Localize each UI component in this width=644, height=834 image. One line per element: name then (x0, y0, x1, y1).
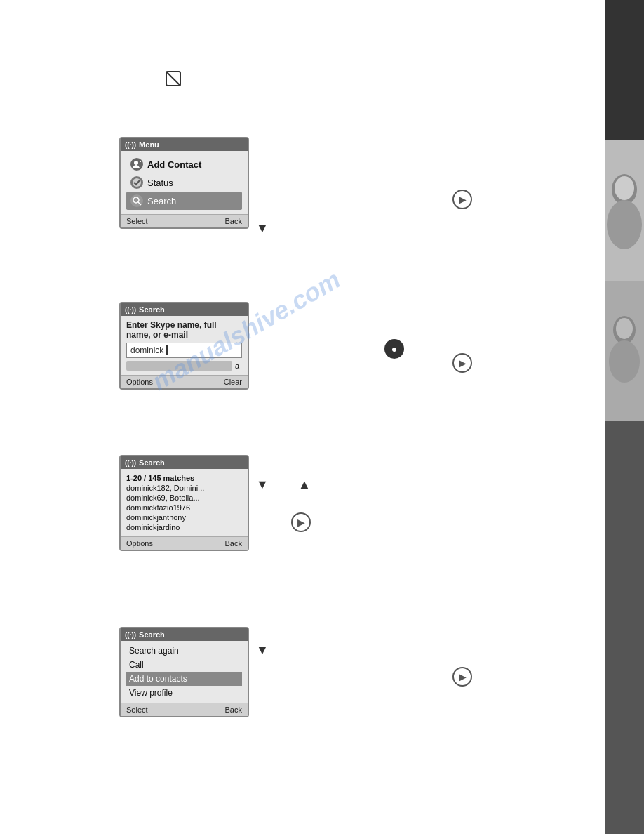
circle-arrow-icon-3: ▶ (297, 517, 305, 528)
circle-arrow-icon-2: ▶ (459, 357, 467, 369)
menu-screen-body: Add Contact Status Search (121, 151, 248, 214)
circle-arrow-icon-1: ▶ (459, 194, 467, 205)
menu-item-add-contact[interactable]: Add Contact (126, 155, 242, 173)
nav-circle-1[interactable]: ▶ (452, 190, 472, 209)
results-options[interactable]: Options (126, 539, 153, 548)
status-icon (130, 176, 143, 189)
menu-footer-back[interactable]: Back (225, 217, 242, 225)
result-item-3[interactable]: dominickjanthony (126, 512, 242, 522)
option-call[interactable]: Call (126, 658, 242, 672)
keyboard-hint: a (235, 362, 239, 370)
search-results-header: ((·)) Search (121, 456, 248, 469)
menu-screen: ((·)) Menu Add Contact (119, 137, 249, 229)
search-results-body: 1-20 / 145 matches dominick182, Domini..… (121, 469, 248, 536)
result-item-1[interactable]: dominick69, Botella... (126, 493, 242, 503)
option-add-to-contacts[interactable]: Add to contacts (126, 672, 242, 686)
menu-item-search-label: Search (147, 196, 176, 206)
result-item-4[interactable]: dominickjardino (126, 522, 242, 532)
search-text-input[interactable]: dominick (126, 343, 242, 358)
search-options-footer: Select Back (121, 703, 248, 716)
search-input-footer: Options Clear (121, 375, 248, 388)
signal-icon-3: ((·)) (125, 459, 136, 467)
cursor (163, 345, 167, 355)
signal-icon-2: ((·)) (125, 306, 136, 314)
nav-arrow-down-1: ▼ (256, 221, 269, 236)
results-back[interactable]: Back (225, 539, 242, 548)
signal-icon-4: ((·)) (125, 631, 136, 639)
search-input-title: Search (139, 305, 165, 314)
search-options-screen: ((·)) Search Search again Call Add to co… (119, 627, 249, 717)
svg-point-2 (607, 200, 642, 249)
option-view-profile[interactable]: View profile (126, 686, 242, 700)
keyboard-area: a (126, 361, 242, 371)
menu-item-status-label: Status (147, 178, 173, 188)
svg-point-7 (616, 318, 633, 339)
circle-arrow-icon-4: ▶ (459, 671, 467, 682)
search-results-title: Search (139, 458, 165, 467)
search-options-title: Search (139, 630, 165, 639)
signal-icon-1: ((·)) (125, 141, 136, 149)
menu-item-status[interactable]: Status (126, 173, 242, 192)
menu-item-search[interactable]: Search (126, 192, 242, 210)
nav-circle-3[interactable]: ▶ (291, 512, 311, 532)
nav-arrow-down-3: ▼ (256, 477, 269, 492)
svg-point-13 (133, 178, 141, 187)
search-icon-menu (130, 194, 143, 207)
sidebar-top (605, 0, 644, 140)
search-input-screen: ((·)) Search Enter Skype name, full name… (119, 302, 249, 390)
add-contact-icon (130, 158, 143, 171)
search-results-footer: Options Back (121, 536, 248, 550)
result-item-2[interactable]: dominickfazio1976 (126, 503, 242, 512)
menu-title: Menu (139, 140, 159, 149)
svg-point-14 (133, 197, 139, 203)
nav-circle-2[interactable]: ▶ (452, 353, 472, 373)
sidebar-image-1 (605, 140, 644, 281)
right-sidebar (605, 0, 644, 834)
search-input-options[interactable]: Options (126, 378, 153, 386)
search-prompt: Enter Skype name, full name, or e-mail (126, 320, 242, 340)
svg-point-6 (609, 340, 640, 383)
nav-circle-4[interactable]: ▶ (452, 667, 472, 687)
keyboard-bar (126, 361, 232, 371)
result-item-0[interactable]: dominick182, Domini... (126, 483, 242, 493)
menu-footer-select[interactable]: Select (126, 217, 148, 225)
search-input-header: ((·)) Search (121, 303, 248, 316)
results-count: 1-20 / 145 matches (126, 473, 242, 483)
search-options-body: Search again Call Add to contacts View p… (121, 641, 248, 703)
search-options-header: ((·)) Search (121, 628, 248, 641)
search-input-clear[interactable]: Clear (224, 378, 242, 386)
menu-screen-header: ((·)) Menu (121, 138, 248, 151)
sidebar-image-2 (605, 281, 644, 421)
search-results-screen: ((·)) Search 1-20 / 145 matches dominick… (119, 455, 249, 551)
menu-item-add-contact-label: Add Contact (147, 159, 201, 170)
nav-circle-filled[interactable]: ● (384, 339, 404, 359)
svg-point-10 (134, 161, 138, 165)
menu-screen-footer: Select Back (121, 214, 248, 227)
svg-line-15 (138, 202, 141, 205)
search-input-value: dominick (130, 345, 163, 355)
search-input-body: Enter Skype name, full name, or e-mail d… (121, 316, 248, 375)
circle-filled-icon: ● (391, 343, 397, 355)
svg-point-3 (615, 176, 634, 200)
svg-line-9 (166, 72, 180, 86)
phone-icon (165, 70, 182, 91)
options-back[interactable]: Back (225, 706, 242, 714)
option-search-again[interactable]: Search again (126, 644, 242, 658)
nav-arrow-down-4: ▼ (256, 643, 269, 658)
options-select[interactable]: Select (126, 706, 148, 714)
sidebar-rest (605, 421, 644, 834)
nav-arrow-up-3: ▲ (298, 477, 311, 492)
